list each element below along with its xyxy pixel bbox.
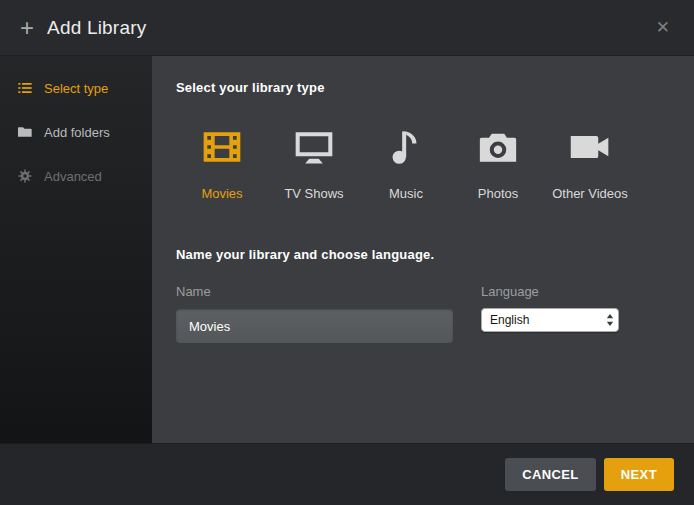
dialog-footer: CANCEL NEXT [0, 443, 694, 505]
name-section-title: Name your library and choose language. [176, 247, 670, 262]
library-type-list: Movies TV Shows [176, 125, 670, 201]
sidebar-item-label: Advanced [44, 169, 102, 184]
library-type-tv-shows[interactable]: TV Shows [268, 125, 360, 201]
fields-row: Name Language English [176, 284, 670, 343]
sidebar-item-select-type[interactable]: Select type [0, 66, 152, 110]
library-type-label: Music [360, 186, 452, 201]
language-select[interactable]: English [481, 308, 619, 332]
library-type-label: Photos [452, 186, 544, 201]
list-icon [17, 80, 33, 96]
type-section-title: Select your library type [176, 80, 670, 95]
library-type-movies[interactable]: Movies [176, 125, 268, 201]
dialog-body: Select type Add folders [0, 56, 694, 443]
add-library-dialog: + Add Library ✕ Select type [0, 0, 694, 505]
dialog-header: + Add Library ✕ [0, 0, 694, 56]
sidebar-item-label: Select type [44, 81, 108, 96]
language-field-group: Language English [481, 284, 619, 343]
tv-icon [291, 155, 337, 172]
main-content: Select your library type Movies [152, 56, 694, 443]
library-type-music[interactable]: Music [360, 125, 452, 201]
cancel-button[interactable]: CANCEL [505, 458, 596, 491]
sidebar-item-advanced[interactable]: Advanced [0, 154, 152, 198]
library-name-input[interactable] [176, 309, 453, 343]
close-icon[interactable]: ✕ [652, 15, 674, 40]
folder-icon [17, 124, 33, 140]
name-field-label: Name [176, 284, 453, 299]
sidebar-item-add-folders[interactable]: Add folders [0, 110, 152, 154]
library-type-other-videos[interactable]: Other Videos [544, 125, 636, 201]
language-select-wrap: English [481, 308, 619, 332]
language-field-label: Language [481, 284, 619, 299]
video-camera-icon [567, 155, 613, 172]
gear-icon [17, 168, 33, 184]
music-note-icon [383, 155, 429, 172]
library-type-label: Movies [176, 186, 268, 201]
sidebar-item-label: Add folders [44, 125, 110, 140]
plus-icon: + [20, 16, 34, 40]
film-icon [199, 155, 245, 172]
camera-icon [475, 155, 521, 172]
library-type-photos[interactable]: Photos [452, 125, 544, 201]
library-type-label: TV Shows [268, 186, 360, 201]
name-field-group: Name [176, 284, 453, 343]
library-type-label: Other Videos [544, 186, 636, 201]
dialog-title: Add Library [47, 17, 146, 39]
next-button[interactable]: NEXT [604, 458, 674, 491]
sidebar: Select type Add folders [0, 56, 152, 443]
